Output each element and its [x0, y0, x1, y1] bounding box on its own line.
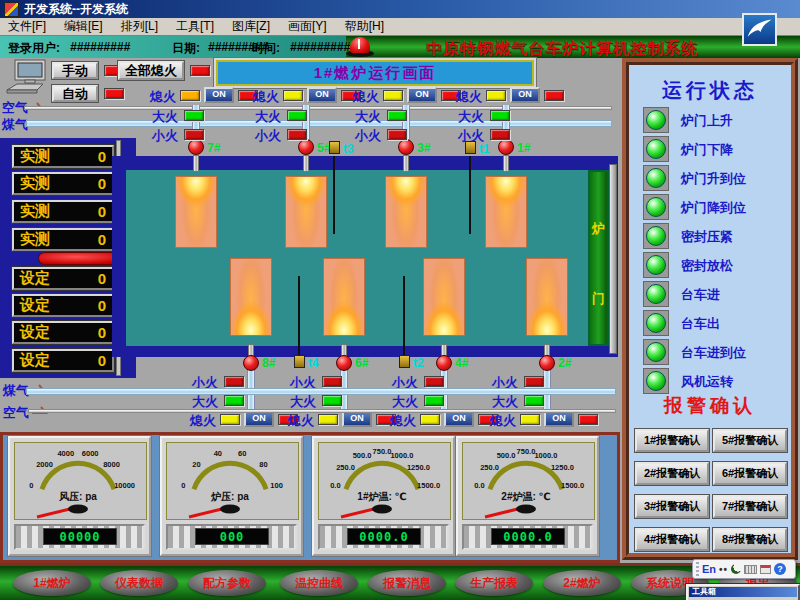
- svg-text:750.0: 750.0: [517, 447, 536, 456]
- thermocouple-label: t3: [343, 142, 354, 156]
- green-light-icon: [646, 226, 666, 246]
- svg-text:1500.0: 1500.0: [417, 481, 440, 490]
- swallow-logo-icon: [742, 13, 777, 46]
- bottom-burner-2-off-label: 熄火: [288, 412, 314, 430]
- setpoint-label: 设定: [20, 296, 50, 315]
- alarm-confirm-button-6[interactable]: 7#报警确认: [713, 495, 787, 518]
- top-burner-3-off-led: [383, 90, 403, 101]
- alarm-confirm-button-1[interactable]: 1#报警确认: [635, 429, 709, 452]
- menu-item-2[interactable]: 编辑[E]: [64, 18, 103, 35]
- svg-text:1250.0: 1250.0: [407, 463, 430, 472]
- thermocouple-rod: [298, 276, 300, 355]
- setpoint-label: 设定: [20, 269, 50, 288]
- green-light-icon: [646, 313, 666, 333]
- burner-valve-icon[interactable]: [498, 139, 514, 155]
- title-bar[interactable]: 开发系统--开发系统: [0, 0, 800, 18]
- bottom-burner-1-off-led: [220, 414, 240, 425]
- manual-button[interactable]: 手动: [52, 62, 98, 79]
- top-burner-3-on-button[interactable]: ON: [407, 87, 437, 103]
- nav-button-4[interactable]: 温控曲线: [280, 570, 358, 596]
- alarm-confirm-button-2[interactable]: 5#报警确认: [713, 429, 787, 452]
- gauge-readout-strip: 0000.0: [462, 524, 593, 550]
- menu-item-6[interactable]: 画面[Y]: [288, 18, 327, 35]
- alarm-confirm-button-3[interactable]: 2#报警确认: [635, 462, 709, 485]
- toolbox-window[interactable]: 工具箱: [686, 584, 800, 600]
- nav-button-1[interactable]: 1#燃炉: [13, 570, 91, 596]
- bottom-burner-3-high-fire-led: [424, 395, 444, 406]
- toolbox-title-bar[interactable]: 工具箱: [689, 587, 797, 597]
- help-icon[interactable]: ?: [774, 563, 786, 575]
- nav-button-6[interactable]: 生产报表: [455, 570, 533, 596]
- bottom-burner-4-run-led: [578, 414, 598, 425]
- language-indicator[interactable]: En: [702, 563, 716, 575]
- alarm-confirm-button-8[interactable]: 8#报警确认: [713, 528, 787, 551]
- burner-valve-icon[interactable]: [188, 139, 204, 155]
- setpoint-display-4: 设定0: [12, 349, 114, 372]
- menu-item-4[interactable]: 工具[T]: [176, 18, 214, 35]
- thermocouple-label: t4: [308, 356, 319, 370]
- burner-valve-icon[interactable]: [336, 355, 352, 371]
- gauge-value-display: 000: [195, 528, 269, 545]
- crescent-icon[interactable]: [731, 564, 741, 574]
- nav-button-7[interactable]: 2#燃炉: [543, 570, 621, 596]
- burner-id-label: 6#: [355, 356, 368, 370]
- svg-text:10000: 10000: [114, 481, 135, 490]
- all-flame-off-button[interactable]: 全部熄火: [118, 61, 184, 80]
- burner-valve-icon[interactable]: [298, 139, 314, 155]
- status-label-2: 炉门下降: [681, 141, 733, 159]
- bottom-burner-1-off-label: 熄火: [190, 412, 216, 430]
- bottom-burner-1-on-button[interactable]: ON: [244, 411, 274, 427]
- bottom-burner-2-on-button[interactable]: ON: [342, 411, 372, 427]
- menu-item-3[interactable]: 排列[L]: [121, 18, 158, 35]
- svg-text:2#炉温: ℃: 2#炉温: ℃: [501, 491, 550, 502]
- gauge-dial: 0200040006000800010000风压: pa: [14, 442, 147, 520]
- top-burner-2-high-fire-led: [287, 110, 307, 121]
- all-flame-off-indicator-led: [190, 65, 210, 76]
- top-burner-1-on-button[interactable]: ON: [204, 87, 234, 103]
- air-pipe-bottom: [28, 409, 616, 413]
- language-bar[interactable]: En •• ?: [692, 559, 796, 579]
- svg-text:250.0: 250.0: [336, 463, 355, 472]
- nav-button-2[interactable]: 仪表数据: [100, 570, 178, 596]
- top-burner-3-high-fire-label: 大火: [355, 108, 381, 126]
- auto-button[interactable]: 自动: [52, 85, 98, 102]
- ime-options-icon[interactable]: ••: [719, 564, 728, 575]
- alarm-lamp-icon: [346, 37, 374, 57]
- burner-valve-icon[interactable]: [398, 139, 414, 155]
- bottom-burner-3-on-button[interactable]: ON: [444, 411, 474, 427]
- measured-label: 实测: [20, 202, 50, 221]
- burner-valve-icon[interactable]: [436, 355, 452, 371]
- status-panel-title: 运行状态: [629, 77, 791, 104]
- menu-bar: 文件[F]编辑[E]排列[L]工具[T]图库[Z]画面[Y]帮助[H]: [0, 18, 800, 36]
- svg-text:60: 60: [238, 449, 246, 458]
- setpoint-value: 0: [98, 324, 106, 341]
- alarm-confirm-button-7[interactable]: 4#报警确认: [635, 528, 709, 551]
- alarm-confirm-button-4[interactable]: 6#报警确认: [713, 462, 787, 485]
- menu-item-7[interactable]: 帮助[H]: [345, 18, 384, 35]
- status-light-7: [643, 281, 669, 307]
- thermocouple-rod: [333, 156, 335, 234]
- alarm-confirm-button-5[interactable]: 3#报警确认: [635, 495, 709, 518]
- air-pipe-top: [24, 106, 612, 110]
- langbar-handle[interactable]: [696, 562, 699, 576]
- burner-valve-icon[interactable]: [243, 355, 259, 371]
- nav-button-3[interactable]: 配方参数: [188, 570, 266, 596]
- furnace-door: 炉 门: [588, 170, 609, 346]
- menu-item-5[interactable]: 图库[Z]: [232, 18, 270, 35]
- bottom-burner-4-on-button[interactable]: ON: [544, 411, 574, 427]
- keyboard-icon[interactable]: [744, 565, 757, 574]
- svg-text:20: 20: [192, 460, 200, 469]
- top-burner-4-low-fire-led: [490, 129, 510, 140]
- burner-valve-icon[interactable]: [539, 355, 555, 371]
- top-burner-2-on-button[interactable]: ON: [307, 87, 337, 103]
- svg-text:100: 100: [270, 481, 283, 490]
- ime-toolbar-icon[interactable]: [760, 565, 771, 574]
- status-label-9: 台车进到位: [681, 344, 746, 362]
- nav-button-5[interactable]: 报警消息: [368, 570, 446, 596]
- measured-display-3: 实测0: [12, 200, 114, 223]
- svg-text:500.0: 500.0: [353, 451, 372, 460]
- menu-item-1[interactable]: 文件[F]: [8, 18, 46, 35]
- svg-text:0: 0: [181, 481, 185, 490]
- measured-label: 实测: [20, 230, 50, 249]
- top-burner-4-on-button[interactable]: ON: [510, 87, 540, 103]
